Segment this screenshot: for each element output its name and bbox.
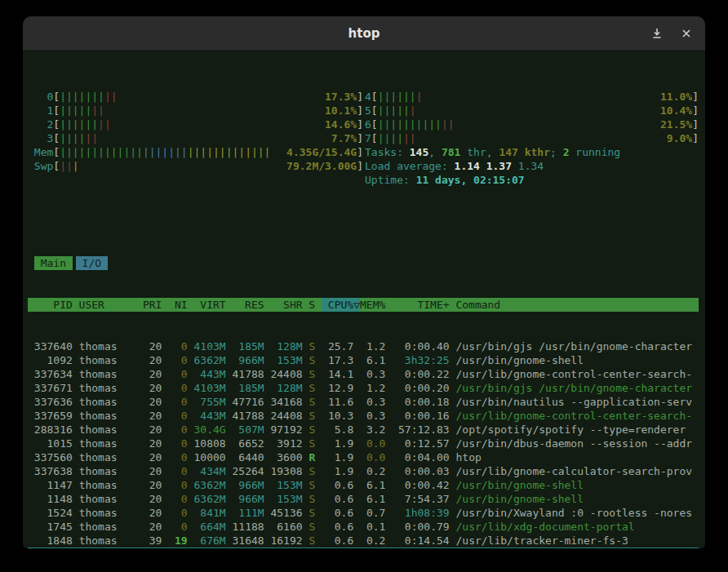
ni-cell: 0 bbox=[168, 465, 193, 477]
mem-cell: 0.1 bbox=[360, 521, 392, 533]
pid-cell: 1524 bbox=[28, 507, 79, 519]
window-titlebar[interactable]: htop bbox=[23, 16, 705, 51]
blank-line bbox=[28, 215, 699, 228]
command-cell: /usr/lib/xdg-document-portal bbox=[455, 521, 634, 533]
meter-value: 7.7% bbox=[331, 131, 357, 145]
info-segment: Load average: bbox=[365, 160, 455, 172]
virt-cell: 443M bbox=[194, 410, 233, 422]
column-headers-right[interactable]: MEM% TIME+ Command bbox=[360, 298, 500, 312]
cpu-meter-1: 1[|||||||10.1%] bbox=[28, 104, 363, 118]
meter-bracket-open: [ bbox=[53, 131, 60, 145]
user-cell: thomas bbox=[79, 354, 143, 366]
process-row[interactable]: 1015 thomas 20 0 10808 6652 3912 S 1.9 0… bbox=[28, 437, 699, 450]
process-row[interactable]: 337634 thomas 20 0 443M 41788 24408 S 14… bbox=[28, 367, 699, 381]
shr-cell: 16192 bbox=[270, 534, 309, 547]
pid-cell: 337638 bbox=[28, 465, 79, 477]
state-cell: S bbox=[309, 521, 322, 533]
command-cell: htop bbox=[455, 451, 481, 463]
tab-io[interactable]: I/O bbox=[76, 256, 108, 270]
meter-value: 10.1% bbox=[325, 104, 357, 118]
time-cell: 0:00.40 bbox=[392, 340, 455, 353]
meter-pipes-r: | bbox=[416, 91, 423, 103]
virt-cell: 443M bbox=[194, 368, 233, 380]
process-row[interactable]: 337671 thomas 20 0 4103M 185M 128M S 12.… bbox=[28, 381, 699, 395]
res-cell: 31648 bbox=[233, 534, 271, 547]
mem-cell: 0.3 bbox=[360, 396, 392, 408]
time-cell: 1h08:39 bbox=[392, 507, 455, 519]
process-row[interactable]: 1524 thomas 20 0 841M 111M 45136 S 0.6 0… bbox=[28, 506, 699, 520]
process-row[interactable]: 1092 thomas 20 0 6362M 966M 153M S 17.3 … bbox=[28, 353, 699, 367]
meter-value: 9.0% bbox=[667, 131, 692, 145]
time-cell: 0:00.22 bbox=[392, 368, 455, 380]
meter-bracket-close: ] bbox=[692, 104, 699, 118]
terminal-window: htop 0[|||||||||17.3%] 1[|||||||10.1%] 2… bbox=[23, 16, 705, 548]
meter-label: Mem bbox=[28, 145, 53, 159]
shr-cell: 3912 bbox=[270, 437, 309, 450]
close-icon[interactable] bbox=[681, 28, 692, 39]
memory-meter: Mem[|||||||||||||||||||||||||||||||||4.3… bbox=[28, 145, 363, 159]
meter-label: 1 bbox=[28, 104, 53, 118]
cpu-cell: 0.6 bbox=[322, 479, 360, 491]
cpu-meter-5: 5[||||||10.4%] bbox=[365, 104, 699, 118]
ni-cell: 19 bbox=[168, 534, 193, 547]
column-headers-left[interactable]: PID USER PRI NI VIRT RES SHR S bbox=[28, 298, 322, 312]
download-icon[interactable] bbox=[651, 28, 663, 39]
meter-bar: ||| bbox=[60, 159, 286, 173]
meter-pipes-y: ||||||||||||| bbox=[188, 146, 271, 158]
virt-cell: 6362M bbox=[194, 493, 233, 505]
state-cell: S bbox=[309, 340, 322, 353]
shr-cell: 153M bbox=[270, 493, 309, 505]
process-row[interactable]: 1147 thomas 20 0 6362M 966M 153M S 0.6 6… bbox=[28, 478, 699, 492]
pri-cell: 39 bbox=[143, 534, 168, 547]
process-row[interactable]: 1148 thomas 20 0 6362M 966M 153M S 0.6 6… bbox=[28, 492, 699, 506]
process-row[interactable]: 337638 thomas 20 0 434M 25264 19308 S 1.… bbox=[28, 464, 699, 478]
cpu-meter-7: 7[||||||9.0%] bbox=[365, 131, 699, 145]
mem-cell: 1.2 bbox=[360, 382, 392, 394]
pri-cell: 20 bbox=[143, 479, 168, 491]
meter-bracket-close: ] bbox=[357, 90, 363, 104]
meter-column-left: 0[|||||||||17.3%] 1[|||||||10.1%] 2[||||… bbox=[28, 90, 363, 187]
screen-tabs: Main I/O bbox=[28, 256, 699, 270]
meter-bracket-open: [ bbox=[53, 145, 60, 159]
meter-bracket-close: ] bbox=[357, 159, 363, 173]
process-row[interactable]: 1848 thomas 39 19 676M 31648 16192 S 0.6… bbox=[28, 534, 699, 548]
pri-cell: 20 bbox=[143, 521, 168, 533]
htop-screen: 0[|||||||||17.3%] 1[|||||||10.1%] 2[||||… bbox=[23, 51, 705, 548]
command-cell: /usr/bin/gjs /usr/bin/gnome-character bbox=[455, 382, 692, 394]
pri-cell: 20 bbox=[143, 493, 168, 505]
shr-cell: 19308 bbox=[270, 465, 309, 477]
meter-label: 5 bbox=[365, 104, 371, 118]
command-cell: /usr/bin/gnome-shell bbox=[455, 479, 584, 491]
uptime-line: Uptime: 11 days, 02:15:07 bbox=[365, 173, 699, 187]
column-header-cpu-sort[interactable]: CPU%▽ bbox=[322, 298, 360, 312]
tasks-line: Tasks: 145, 781 thr, 147 kthr; 2 running bbox=[365, 145, 699, 159]
time-cell: 0:00.18 bbox=[392, 396, 455, 408]
process-row[interactable]: 337659 thomas 20 0 443M 41788 24408 S 10… bbox=[28, 409, 699, 423]
process-row[interactable]: 1745 thomas 20 0 664M 11188 6160 S 0.6 0… bbox=[28, 520, 699, 534]
mem-cell: 6.1 bbox=[360, 479, 392, 491]
pri-cell: 20 bbox=[143, 451, 168, 463]
ni-cell: 0 bbox=[168, 507, 193, 519]
mem-cell: 0.3 bbox=[360, 410, 392, 422]
process-row[interactable]: 337636 thomas 20 0 755M 47716 34168 S 11… bbox=[28, 395, 699, 409]
user-cell: thomas bbox=[79, 465, 143, 477]
process-row[interactable]: 288316 thomas 20 0 30.4G 507M 97192 S 5.… bbox=[28, 423, 699, 437]
command-cell: /usr/bin/gnome-shell bbox=[455, 354, 584, 366]
tab-main[interactable]: Main bbox=[34, 256, 73, 270]
pid-cell: 1848 bbox=[28, 534, 79, 547]
meter-label: Swp bbox=[28, 159, 53, 173]
meter-pipes-b: ||||||| bbox=[143, 146, 188, 158]
meter-label: 4 bbox=[365, 90, 371, 104]
user-cell: thomas bbox=[79, 437, 143, 450]
process-row[interactable]: 337560 thomas 20 0 10000 6440 3600 R 1.9… bbox=[28, 450, 699, 464]
process-row-selected[interactable]: 258499 thomas 20 0 626M 106M 59688 S 0.6… bbox=[28, 548, 699, 548]
state-cell: S bbox=[309, 368, 322, 380]
cpu-cell: 0.6 bbox=[322, 521, 360, 533]
user-cell: thomas bbox=[79, 368, 143, 380]
ni-cell: 0 bbox=[168, 354, 193, 366]
command-cell: /usr/lib/tracker-miner-fs-3 bbox=[455, 534, 628, 547]
shr-cell: 3600 bbox=[270, 451, 309, 463]
res-cell: 41788 bbox=[233, 410, 271, 422]
process-row[interactable]: 337640 thomas 20 0 4103M 185M 128M S 25.… bbox=[28, 339, 699, 353]
meter-label: 0 bbox=[28, 90, 53, 104]
